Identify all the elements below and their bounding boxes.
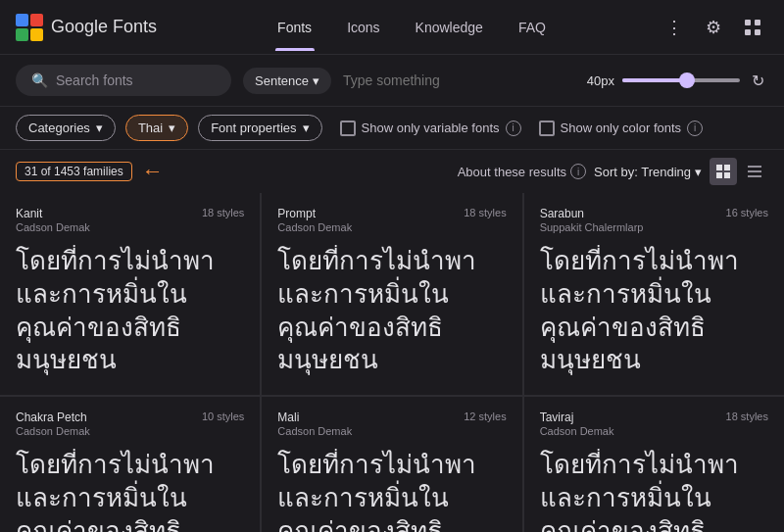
list-view-button[interactable] xyxy=(741,158,768,185)
results-bar: 31 of 1453 families ← About these result… xyxy=(0,150,784,193)
font-card-prompt[interactable]: Prompt Cadson Demak 18 styles โดยที่การไ… xyxy=(262,193,521,395)
sort-label: Sort by: Trending xyxy=(594,165,691,179)
thai-label: Thai xyxy=(138,121,163,135)
variable-fonts-label: Show only variable fonts xyxy=(362,121,500,135)
svg-rect-8 xyxy=(716,165,722,170)
color-fonts-checkbox[interactable] xyxy=(539,121,555,136)
thai-filter[interactable]: Thai ▾ xyxy=(125,115,188,141)
font-author-prompt: Cadson Demak xyxy=(277,221,352,233)
font-name-sarabun: Sarabun xyxy=(540,207,644,220)
font-grid: Kanit Cadson Demak 18 styles โดยที่การไม… xyxy=(0,193,784,532)
top-navigation: Google Fonts Fonts Icons Knowledge FAQ ⋮… xyxy=(0,0,784,55)
refresh-icon[interactable]: ↻ xyxy=(748,68,768,94)
svg-rect-6 xyxy=(745,29,751,35)
font-card-header-taviraj: Taviraj Cadson Demak 18 styles xyxy=(540,411,768,437)
font-card-header-kanit: Kanit Cadson Demak 18 styles xyxy=(16,207,244,233)
font-preview-taviraj: โดยที่การไม่นำพาและการหมิ่นในคุณค่าของสิ… xyxy=(540,449,768,532)
settings-icon[interactable]: ⚙ xyxy=(698,12,729,43)
grid-view-button[interactable] xyxy=(710,158,737,185)
font-styles-taviraj: 18 styles xyxy=(726,411,768,422)
slider-thumb[interactable] xyxy=(679,73,695,88)
svg-rect-12 xyxy=(748,166,761,168)
size-label: 40px xyxy=(587,73,614,88)
variable-fonts-checkbox[interactable] xyxy=(340,121,356,136)
font-preview-prompt: โดยที่การไม่นำพาและการหมิ่นในคุณค่าของสิ… xyxy=(277,245,506,377)
font-card-header-sarabun: Sarabun Suppakit Chalermlarp 16 styles xyxy=(540,207,768,233)
font-name-mali: Mali xyxy=(277,411,352,424)
categories-label: Categories xyxy=(28,121,90,135)
sort-dropdown[interactable]: Sort by: Trending ▾ xyxy=(594,165,702,179)
font-name-chakra: Chakra Petch xyxy=(16,411,90,424)
font-styles-sarabun: 16 styles xyxy=(726,207,768,218)
svg-rect-2 xyxy=(16,28,28,41)
font-card-mali[interactable]: Mali Cadson Demak 12 styles โดยที่การไม่… xyxy=(262,397,521,532)
font-card-taviraj[interactable]: Taviraj Cadson Demak 18 styles โดยที่การ… xyxy=(524,397,784,532)
font-card-chakra-petch[interactable]: Chakra Petch Cadson Demak 10 styles โดยท… xyxy=(0,397,260,532)
search-input-wrapper: 🔍 xyxy=(16,65,231,96)
variable-fonts-checkbox-wrapper[interactable]: Show only variable fonts i xyxy=(340,121,521,136)
svg-rect-0 xyxy=(16,14,28,26)
nav-fonts[interactable]: Fonts xyxy=(262,14,327,41)
google-fonts-logo-icon xyxy=(16,14,43,41)
nav-faq[interactable]: FAQ xyxy=(503,14,562,41)
svg-rect-7 xyxy=(755,29,760,35)
preview-text-input[interactable] xyxy=(343,73,575,88)
list-view-icon xyxy=(747,164,762,179)
font-preview-kanit: โดยที่การไม่นำพาและการหมิ่นในคุณค่าของสิ… xyxy=(16,245,244,377)
color-fonts-info-icon[interactable]: i xyxy=(687,121,703,136)
sentence-label: Sentence xyxy=(255,73,309,88)
font-preview-mali: โดยที่การไม่นำพาและการหมิ่นในคุณค่าของสิ… xyxy=(277,449,506,532)
font-name-taviraj: Taviraj xyxy=(540,411,614,424)
about-results[interactable]: About these results i xyxy=(458,164,586,179)
font-author-mali: Cadson Demak xyxy=(277,425,352,437)
font-preview-sarabun: โดยที่การไม่นำพาและการหมิ่นในคุณค่าของสิ… xyxy=(540,245,768,377)
more-vert-icon[interactable]: ⋮ xyxy=(659,12,690,43)
font-properties-chevron-icon: ▾ xyxy=(303,121,310,135)
font-author-taviraj: Cadson Demak xyxy=(540,425,614,437)
annotation-arrow-icon: ← xyxy=(142,159,164,184)
categories-filter[interactable]: Categories ▾ xyxy=(16,115,116,141)
font-name-prompt: Prompt xyxy=(277,207,352,220)
font-properties-label: Font properties xyxy=(211,121,296,135)
nav-right-icons: ⋮ ⚙ xyxy=(651,12,768,43)
grid-view-icon xyxy=(715,164,731,179)
font-size-slider-track[interactable] xyxy=(622,78,740,82)
font-name-kanit: Kanit xyxy=(16,207,90,220)
font-author-kanit: Cadson Demak xyxy=(16,221,90,233)
sentence-dropdown[interactable]: Sentence ▾ xyxy=(243,68,331,94)
svg-rect-3 xyxy=(30,28,43,41)
font-styles-kanit: 18 styles xyxy=(202,207,244,218)
font-preview-chakra: โดยที่การไม่นำพาและการหมิ่นในคุณค่าของสิ… xyxy=(16,449,244,532)
thai-chevron-icon: ▾ xyxy=(169,121,175,135)
font-card-header-prompt: Prompt Cadson Demak 18 styles xyxy=(277,207,506,233)
color-fonts-checkbox-wrapper[interactable]: Show only color fonts i xyxy=(539,121,704,136)
font-author-sarabun: Suppakit Chalermlarp xyxy=(540,221,644,233)
view-toggle xyxy=(710,158,768,185)
font-card-kanit[interactable]: Kanit Cadson Demak 18 styles โดยที่การไม… xyxy=(0,193,260,395)
nav-icons[interactable]: Icons xyxy=(331,14,395,41)
svg-rect-11 xyxy=(724,172,730,178)
font-card-sarabun[interactable]: Sarabun Suppakit Chalermlarp 16 styles โ… xyxy=(524,193,784,395)
svg-rect-10 xyxy=(716,172,722,178)
about-results-label: About these results xyxy=(458,165,566,179)
color-fonts-label: Show only color fonts xyxy=(561,121,682,135)
font-card-header-chakra: Chakra Petch Cadson Demak 10 styles xyxy=(16,411,244,437)
search-input[interactable] xyxy=(56,73,203,88)
svg-rect-1 xyxy=(30,14,43,26)
svg-rect-4 xyxy=(745,20,751,25)
font-styles-chakra: 10 styles xyxy=(202,411,244,422)
search-icon: 🔍 xyxy=(31,73,48,88)
sort-chevron-icon: ▾ xyxy=(695,165,702,179)
apps-grid-icon[interactable] xyxy=(737,12,768,43)
logo-area: Google Fonts xyxy=(16,14,172,41)
font-styles-mali: 12 styles xyxy=(464,411,506,422)
nav-knowledge[interactable]: Knowledge xyxy=(400,14,499,41)
variable-fonts-info-icon[interactable]: i xyxy=(506,121,521,136)
search-bar: 🔍 Sentence ▾ 40px ↻ xyxy=(0,55,784,107)
results-right: About these results i Sort by: Trending … xyxy=(458,158,768,185)
svg-rect-14 xyxy=(748,175,761,177)
about-results-info-icon[interactable]: i xyxy=(570,164,586,179)
font-properties-filter[interactable]: Font properties ▾ xyxy=(198,115,321,141)
font-author-chakra: Cadson Demak xyxy=(16,425,90,437)
font-card-header-mali: Mali Cadson Demak 12 styles xyxy=(277,411,506,437)
